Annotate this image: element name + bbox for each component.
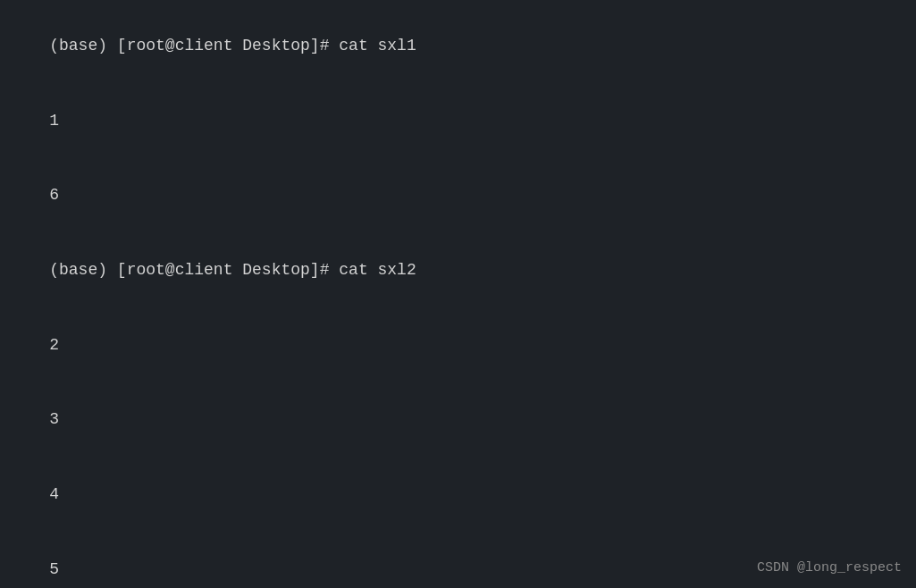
- line-2: 1: [11, 84, 905, 159]
- output-2: 6: [49, 186, 59, 204]
- output-1: 1: [49, 112, 59, 130]
- line-5: 2: [11, 308, 905, 383]
- line-4: (base) [root@client Desktop]# cat sxl2: [11, 233, 905, 308]
- line-7: 4: [11, 458, 905, 533]
- output-6: 5: [49, 560, 59, 578]
- line-6: 3: [11, 382, 905, 458]
- line-3: 6: [11, 158, 905, 233]
- watermark: CSDN @long_respect: [757, 560, 902, 575]
- prompt-2: (base) [root@client Desktop]# cat sxl2: [49, 261, 416, 279]
- output-5: 4: [49, 485, 59, 503]
- output-3: 2: [49, 336, 59, 354]
- line-1: (base) [root@client Desktop]# cat sxl1: [11, 9, 905, 84]
- prompt-1: (base) [root@client Desktop]# cat sxl1: [49, 37, 416, 55]
- terminal-window: (base) [root@client Desktop]# cat sxl1 1…: [0, 0, 916, 588]
- output-4: 3: [49, 410, 59, 428]
